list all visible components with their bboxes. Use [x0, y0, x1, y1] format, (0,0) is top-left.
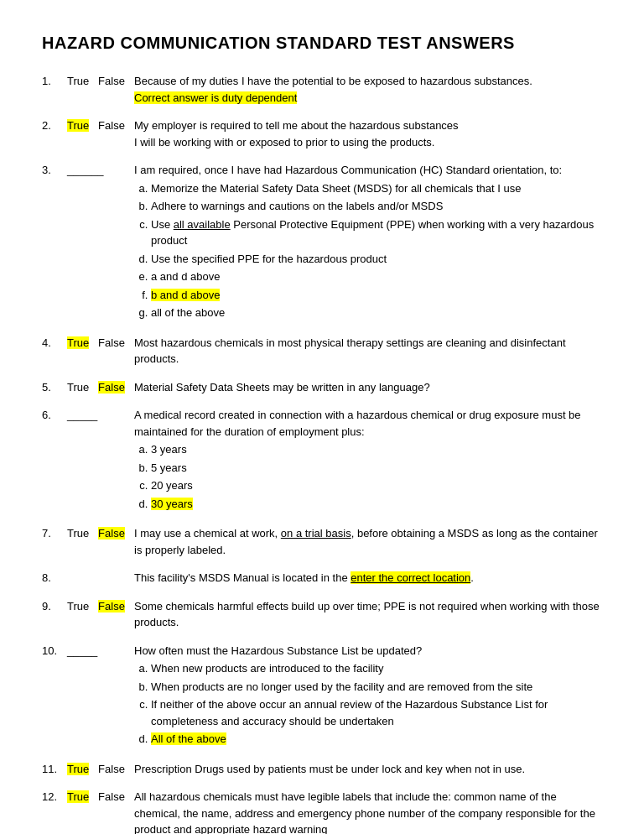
q7-tf: True False	[67, 525, 134, 558]
q3-content: I am required, once I have had Hazardous…	[134, 162, 602, 323]
q4-true: True	[67, 336, 89, 349]
q3-list: Memorize the Material Safety Data Sheet …	[151, 180, 602, 321]
q9-content: Some chemicals harmful effects build up …	[134, 598, 602, 631]
q1-answer: Correct answer is duty dependent	[134, 91, 297, 104]
q8-location: enter the correct location	[351, 571, 470, 584]
q3-blank: ______	[67, 162, 134, 323]
q3-c-underline: all available	[174, 218, 231, 231]
q10-num: 10.	[42, 643, 67, 749]
q12-true: True	[67, 790, 89, 803]
q10-b: When products are no longer used by the …	[151, 679, 602, 696]
question-1: 1. True False Because of my duties I hav…	[42, 73, 602, 106]
q5-content: Material Safety Data Sheets may be writt…	[134, 379, 602, 396]
question-12: 12. True False All hazardous chemicals m…	[42, 789, 602, 834]
q8-num: 8.	[42, 570, 67, 586]
q7-underline: on a trial basis	[281, 527, 351, 539]
q6-d-answer: 30 years	[151, 498, 193, 510]
q10-a: When new products are introduced to the …	[151, 660, 602, 677]
q4-num: 4.	[42, 335, 67, 367]
page-title: HAZARD COMMUNICATION STANDARD TEST ANSWE…	[42, 34, 602, 53]
q10-c: If neither of the above occur an annual …	[151, 696, 602, 729]
q10-blank: _____	[67, 643, 134, 749]
question-8: 8. This facility's MSDS Manual is locate…	[42, 570, 602, 586]
q8-content: This facility's MSDS Manual is located i…	[134, 570, 602, 586]
q10-d: All of the above	[151, 731, 602, 748]
q5-false: False	[98, 381, 125, 394]
q6-num: 6.	[42, 407, 67, 513]
question-11: 11. True False Prescription Drugs used b…	[42, 761, 602, 778]
q10-content: How often must the Hazardous Substance L…	[134, 643, 602, 749]
q1-tf: True False	[67, 73, 134, 106]
q3-c: Use all available Personal Protective Eq…	[151, 216, 602, 249]
q6-c: 20 years	[151, 477, 602, 494]
question-7: 7. True False I may use a chemical at wo…	[42, 525, 602, 558]
question-9: 9. True False Some chemicals harmful eff…	[42, 598, 602, 631]
q6-content: A medical record created in connection w…	[134, 407, 602, 513]
q11-content: Prescription Drugs used by patients must…	[134, 761, 602, 778]
q1-content: Because of my duties I have the potentia…	[134, 73, 602, 106]
q9-false: False	[98, 600, 125, 612]
q6-a: 3 years	[151, 441, 602, 458]
q12-num: 12.	[42, 789, 67, 834]
q11-num: 11.	[42, 761, 67, 778]
q7-num: 7.	[42, 525, 67, 558]
question-2: 2. True False My employer is required to…	[42, 117, 602, 150]
q5-num: 5.	[42, 379, 67, 396]
q10-list: When new products are introduced to the …	[151, 660, 602, 748]
q7-content: I may use a chemical at work, on a trial…	[134, 525, 602, 558]
q2-true: True	[67, 119, 89, 132]
q5-tf: True False	[67, 379, 134, 396]
q6-b: 5 years	[151, 460, 602, 477]
q2-content: My employer is required to tell me about…	[134, 117, 602, 150]
q3-f-answer: b and d above	[151, 289, 220, 301]
q3-f: b and d above	[151, 287, 602, 304]
q2-num: 2.	[42, 117, 67, 150]
q6-blank: _____	[67, 407, 134, 513]
q7-false: False	[98, 527, 125, 539]
question-4: 4. True False Most hazardous chemicals i…	[42, 335, 602, 367]
q9-num: 9.	[42, 598, 67, 631]
q6-list: 3 years 5 years 20 years 30 years	[151, 441, 602, 512]
q8-spacer	[67, 570, 134, 586]
q12-content: All hazardous chemicals must have legibl…	[134, 789, 602, 834]
q10-d-answer: All of the above	[151, 732, 226, 745]
q12-tf: True False	[67, 789, 134, 834]
q11-tf: True False	[67, 761, 134, 778]
question-10: 10. _____ How often must the Hazardous S…	[42, 643, 602, 749]
q9-tf: True False	[67, 598, 134, 631]
q4-tf: True False	[67, 335, 134, 367]
question-6: 6. _____ A medical record created in con…	[42, 407, 602, 513]
question-5: 5. True False Material Safety Data Sheet…	[42, 379, 602, 396]
q11-true: True	[67, 763, 89, 775]
q3-num: 3.	[42, 162, 67, 323]
question-3: 3. ______ I am required, once I have had…	[42, 162, 602, 323]
q2-tf: True False	[67, 117, 134, 150]
q1-num: 1.	[42, 73, 67, 106]
q3-a: Memorize the Material Safety Data Sheet …	[151, 180, 602, 197]
q3-g: all of the above	[151, 305, 602, 321]
q3-b: Adhere to warnings and cautions on the l…	[151, 198, 602, 215]
q6-d: 30 years	[151, 496, 602, 513]
q3-d: Use the specified PPE for the hazardous …	[151, 251, 602, 268]
q3-e: a and d above	[151, 268, 602, 285]
q4-content: Most hazardous chemicals in most physica…	[134, 335, 602, 367]
